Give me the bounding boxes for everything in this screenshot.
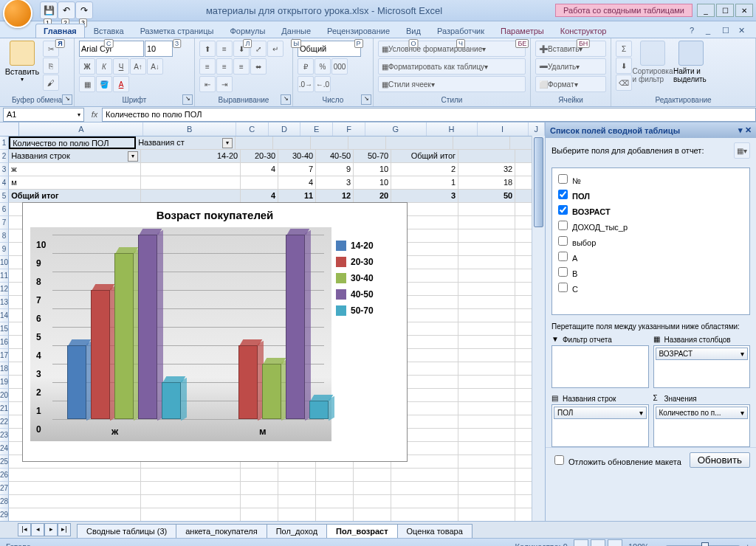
cell[interactable] — [458, 429, 515, 441]
field-№[interactable]: № — [555, 171, 746, 187]
tab-Рецензирование[interactable]: РецензированиеР — [320, 24, 397, 38]
cell[interactable] — [241, 176, 278, 189]
cell[interactable] — [458, 482, 515, 494]
qat-redo-icon[interactable]: ↷3 — [75, 1, 93, 19]
cell[interactable] — [458, 296, 515, 308]
cell[interactable] — [354, 469, 391, 481]
pivot-dropdown-icon[interactable]: ▾ — [222, 138, 233, 148]
clear-icon[interactable]: ⌫ — [616, 75, 632, 91]
cell[interactable] — [458, 216, 515, 229]
cell[interactable]: 32 — [458, 163, 515, 176]
col-header-H[interactable]: H — [427, 122, 478, 136]
number-launcher[interactable]: ↘ — [361, 94, 371, 105]
close-button[interactable]: ✕ — [735, 4, 753, 17]
clipboard-launcher[interactable]: ↘ — [62, 94, 72, 105]
cell[interactable] — [316, 469, 354, 481]
cell[interactable] — [458, 362, 515, 375]
qat-save-icon[interactable]: 💾1 — [40, 1, 58, 19]
cell[interactable] — [354, 495, 391, 508]
cell[interactable] — [458, 442, 515, 455]
cell[interactable]: 50-70 — [354, 150, 391, 162]
field-list-dropdown-icon[interactable]: ▾ — [738, 125, 743, 134]
cell[interactable]: ж — [9, 163, 141, 176]
field-выбор[interactable]: выбор — [555, 233, 746, 249]
cell[interactable] — [236, 136, 273, 149]
name-box[interactable]: A1▾ — [3, 108, 84, 122]
cell[interactable] — [278, 482, 316, 494]
insert-cells-button[interactable]: ➕ Вставить ▾ — [535, 41, 606, 57]
align-center-icon[interactable]: ≡ — [216, 58, 233, 75]
cell[interactable] — [141, 163, 241, 176]
col-header-J[interactable]: J — [529, 122, 545, 136]
cell[interactable]: 2 — [391, 163, 458, 176]
cell[interactable] — [348, 136, 386, 149]
qat-undo-icon[interactable]: ↶2 — [58, 1, 75, 19]
cell[interactable] — [453, 136, 510, 149]
fx-button[interactable]: fx — [87, 110, 102, 119]
orientation-icon[interactable]: ⤢ — [250, 41, 267, 57]
cell[interactable] — [9, 495, 141, 508]
grow-font-icon[interactable]: A↑ — [130, 58, 146, 75]
cell[interactable] — [458, 256, 515, 269]
tab-nav-prev-icon[interactable]: ◂ — [31, 523, 44, 536]
decrease-decimal-icon[interactable]: ←.0 — [315, 76, 331, 92]
decrease-indent-icon[interactable]: ⇤ — [199, 76, 216, 92]
cell[interactable]: 10 — [354, 176, 391, 189]
cell[interactable] — [458, 508, 515, 521]
paste-button[interactable]: Вставить▾ — [4, 41, 40, 83]
field-list-layout-icon[interactable]: ▦▾ — [734, 142, 750, 159]
zoom-in-button[interactable]: + — [746, 542, 750, 546]
zone-item-vozrast[interactable]: ВОЗРАСТ▾ — [656, 348, 749, 360]
merge-icon[interactable]: ⬌ — [250, 58, 267, 75]
cell[interactable] — [9, 508, 141, 521]
field-А[interactable]: А — [555, 249, 746, 264]
cell[interactable] — [141, 495, 241, 508]
cell[interactable]: 1 — [391, 176, 458, 189]
close-workbook-icon[interactable]: ✕ — [738, 26, 750, 38]
cell[interactable] — [354, 482, 391, 494]
cell[interactable] — [141, 469, 241, 481]
align-top-icon[interactable]: ⬆ — [199, 41, 216, 57]
view-break-icon[interactable] — [608, 539, 622, 546]
cell[interactable] — [316, 495, 354, 508]
col-header-E[interactable]: E — [300, 122, 333, 136]
cell[interactable] — [458, 389, 515, 401]
wrap-text-icon[interactable]: ↵ — [267, 41, 284, 57]
col-header-C[interactable]: C — [236, 122, 269, 136]
cell[interactable] — [458, 455, 515, 468]
cell[interactable] — [458, 469, 515, 481]
field-С[interactable]: С — [555, 280, 746, 295]
sheet-tab-Пол_возраст[interactable]: Пол_возраст — [326, 524, 397, 538]
cell[interactable] — [386, 136, 453, 149]
minimize-button[interactable]: _ — [697, 4, 715, 17]
underline-button[interactable]: Ч — [113, 58, 129, 75]
cell[interactable] — [9, 469, 141, 481]
cell[interactable]: Названия строк▾ — [9, 150, 141, 162]
cell[interactable] — [316, 508, 354, 521]
sheet-tab-Оценка товара[interactable]: Оценка товара — [397, 524, 472, 538]
cell[interactable] — [458, 349, 515, 362]
sheet-tab-анкета_покупателя[interactable]: анкета_покупателя — [176, 524, 267, 538]
tab-Вставка[interactable]: ВставкаС — [86, 24, 131, 38]
field-В[interactable]: В — [555, 264, 746, 280]
zoom-out-button[interactable]: − — [655, 542, 659, 546]
increase-indent-icon[interactable]: ⇥ — [216, 76, 233, 92]
cell[interactable] — [241, 469, 278, 481]
cell[interactable]: Общий итог — [391, 150, 458, 162]
cell[interactable]: 9 — [316, 163, 354, 176]
cell[interactable]: 20-30 — [241, 150, 278, 162]
cell[interactable]: 18 — [458, 176, 515, 189]
cell[interactable] — [241, 495, 278, 508]
cell[interactable] — [458, 150, 515, 162]
cell[interactable] — [458, 495, 515, 508]
tab-Вид[interactable]: ВидО — [399, 24, 428, 38]
cell[interactable] — [141, 190, 241, 202]
font-size-select[interactable] — [145, 41, 173, 57]
format-cells-button[interactable]: ⬜ Формат ▾ — [535, 76, 606, 92]
tab-Главная[interactable]: ГлавнаяЯ — [35, 24, 85, 38]
formula-input[interactable]: Количество по полю ПОЛ — [102, 108, 756, 122]
cell[interactable]: 4 — [241, 163, 278, 176]
cell[interactable]: 14-20 — [141, 150, 241, 162]
pivot-chart[interactable]: Возраст покупателей 012345678910жм 14-20… — [22, 202, 408, 462]
format-as-table-button[interactable]: ▦ Форматировать как таблицу ▾ — [378, 58, 526, 75]
